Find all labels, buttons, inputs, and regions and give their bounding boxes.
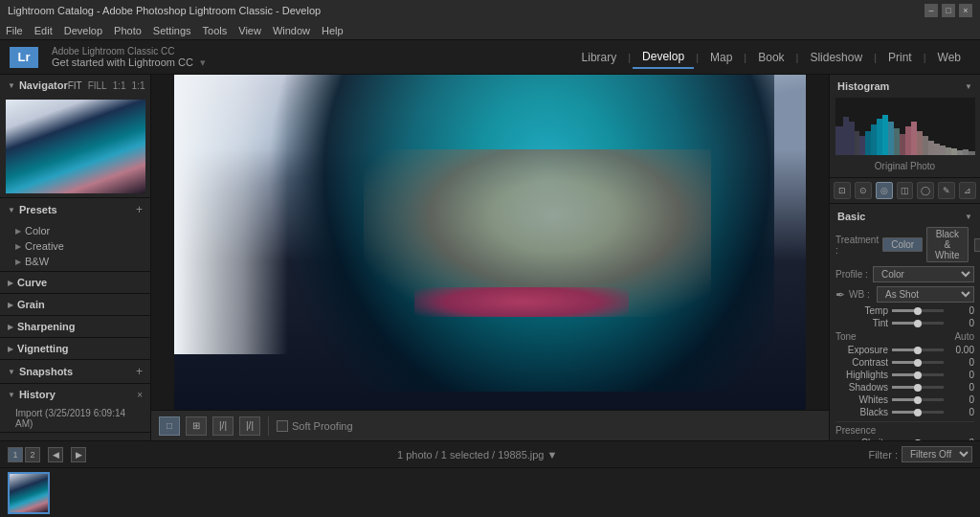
spot-heal-tool[interactable]: ⊙ [855,182,872,199]
nav-book[interactable]: Book [748,47,793,68]
menu-tools[interactable]: Tools [203,25,228,36]
snapshots-header[interactable]: ▼ Snapshots + [0,360,150,383]
exposure-slider[interactable] [892,348,944,351]
eyedropper-icon[interactable]: ✒ [835,288,845,302]
maximize-button[interactable]: □ [942,4,955,17]
wb-select[interactable]: As Shot [877,286,974,303]
menu-view[interactable]: View [238,25,261,36]
bw-treatment-button[interactable]: Black & White [926,227,969,262]
menu-file[interactable]: File [6,25,23,36]
nav-web[interactable]: Web [928,47,970,68]
navigator-header-left: ▼ Navigator [8,79,68,91]
clarity-thumb [914,439,922,441]
menu-develop[interactable]: Develop [64,25,102,36]
grain-header[interactable]: ▶ Grain [0,294,150,315]
collections-header[interactable]: ▼ Collections + [0,433,150,440]
preset-color[interactable]: ▶ Color [15,223,143,238]
navigator-thumbnail[interactable] [6,100,145,193]
next-photo-button[interactable]: ▶ [71,447,86,462]
gradient-tool[interactable]: ◫ [897,182,914,199]
view-survey-button[interactable]: |/| [239,416,260,436]
menu-window[interactable]: Window [273,25,310,36]
range-mask-tool[interactable]: ⊿ [959,182,976,199]
whites-slider[interactable] [892,398,944,401]
snapshots-add-icon[interactable]: + [136,365,143,378]
brush-tool[interactable]: ✎ [938,182,955,199]
profile-select[interactable]: Color [873,266,974,282]
history-header[interactable]: ▼ History × [0,384,150,405]
tint-slider[interactable] [892,322,944,325]
minimize-button[interactable]: – [924,4,938,17]
treatment-row: Treatment : Color Black & White [835,225,974,264]
shadows-slider[interactable] [892,386,944,389]
nav-slideshow[interactable]: Slideshow [800,47,872,68]
menu-bar: File Edit Develop Photo Settings Tools V… [0,21,980,40]
preset-creative[interactable]: ▶ Creative [15,238,143,254]
history-item[interactable]: Import (3/25/2019 6:09:14 AM) [0,405,150,432]
nav-menu: Library | Develop | Map | Book | Slidesh… [572,46,970,69]
view-single-button[interactable]: □ [159,416,180,436]
photo-window-light [174,75,288,354]
filter-select[interactable]: Filters Off [902,446,972,462]
nav-print[interactable]: Print [879,47,922,68]
title-bar: Lightroom Catalog - Adobe Photoshop Ligh… [0,0,980,21]
color-treatment-button[interactable]: Color [882,237,923,252]
tone-auto-button[interactable]: Auto [954,331,974,342]
crop-tool[interactable]: ⊡ [834,182,851,199]
presets-add-icon[interactable]: + [136,203,143,216]
svg-rect-4 [859,136,865,155]
profile-icon-1[interactable] [974,238,980,252]
view-grid-button[interactable]: ⊞ [186,416,207,436]
basic-header[interactable]: Basic ▼ [835,208,974,225]
basic-title: Basic [837,211,865,222]
blacks-slider[interactable] [892,411,944,414]
exposure-thumb [914,347,922,354]
contrast-slider[interactable] [892,361,944,364]
nav-library[interactable]: Library [572,47,627,68]
menu-edit[interactable]: Edit [34,25,53,36]
preset-creative-label: Creative [25,240,64,252]
curve-section: ▶ Curve [0,272,150,294]
presets-header[interactable]: ▼ Presets + [0,198,150,221]
left-panel: ▼ Navigator FIT FILL 1:1 1:1 [0,75,151,440]
photo-lips [414,287,629,317]
highlights-slider[interactable] [892,373,944,376]
page-2-indicator[interactable]: 2 [25,447,40,462]
view-compare-button[interactable]: |/| [212,416,234,436]
content-area: ▼ Navigator FIT FILL 1:1 1:1 [0,75,980,440]
radial-tool[interactable]: ◯ [917,182,934,199]
preset-bw[interactable]: ▶ B&W [15,254,143,269]
menu-help[interactable]: Help [322,25,344,36]
histogram-expand-icon: ▼ [965,82,972,91]
presets-group-color: ▶ Color ▶ Creative ▶ B&W [0,221,150,271]
page-1-indicator[interactable]: 1 [8,447,23,462]
svg-rect-23 [969,151,975,155]
sharpening-header-left: ▶ Sharpening [8,321,76,332]
nav-fill[interactable]: FILL [88,80,107,91]
nav-1-1[interactable]: 1:1 [113,80,126,91]
temp-slider[interactable] [892,309,944,312]
prev-photo-button[interactable]: ◀ [48,447,63,462]
window-controls[interactable]: – □ × [924,4,972,17]
nav-fit[interactable]: FIT [68,80,82,91]
preset-bw-arrow-icon: ▶ [15,258,21,266]
soft-proof-checkbox[interactable] [277,420,288,432]
menu-settings[interactable]: Settings [153,25,191,36]
curve-header[interactable]: ▶ Curve [0,272,150,293]
tint-label: Tint [835,318,888,328]
vignetting-header[interactable]: ▶ Vignetting [0,338,150,359]
histogram-header[interactable]: Histogram ▼ [834,79,976,94]
filmstrip-thumb-1[interactable] [8,472,50,514]
preset-color-label: Color [25,225,50,236]
tool-icons-row: ⊡ ⊙ ◎ ◫ ◯ ✎ ⊿ [830,178,980,204]
main-photo[interactable] [174,75,806,410]
close-button[interactable]: × [959,4,972,17]
nav-custom[interactable]: 1:1 [132,80,145,91]
navigator-header[interactable]: ▼ Navigator FIT FILL 1:1 1:1 [0,75,150,96]
redeye-tool[interactable]: ◎ [876,182,893,199]
nav-develop[interactable]: Develop [633,46,694,69]
history-close-icon[interactable]: × [137,390,143,400]
menu-photo[interactable]: Photo [114,25,142,36]
nav-map[interactable]: Map [701,47,742,68]
sharpening-header[interactable]: ▶ Sharpening [0,316,150,337]
